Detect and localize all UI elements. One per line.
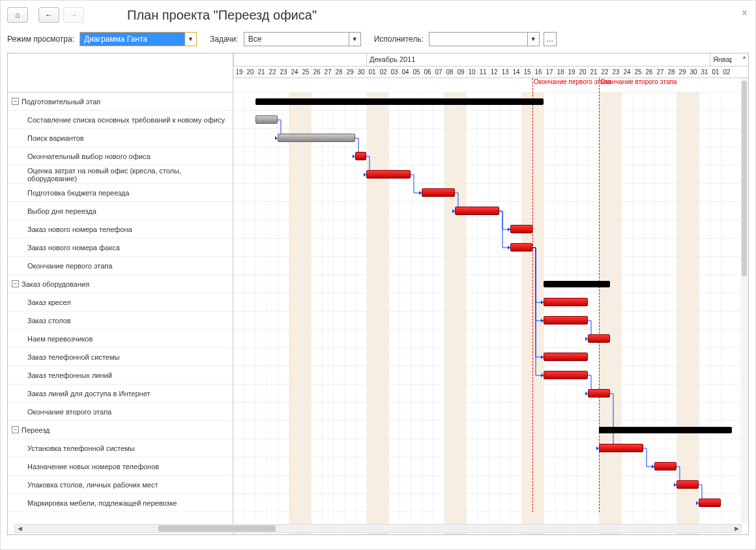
task-bar[interactable] bbox=[588, 389, 610, 398]
gantt-row bbox=[233, 239, 748, 257]
day-header-cell: 05 bbox=[411, 66, 422, 78]
task-bar[interactable] bbox=[366, 170, 411, 179]
close-button[interactable]: × bbox=[742, 7, 748, 19]
chevron-down-icon[interactable]: ▼ bbox=[349, 33, 360, 46]
day-header-cell: 27 bbox=[322, 66, 333, 78]
milestone-label: Окончание второго этапа bbox=[600, 78, 676, 85]
scroll-right-icon[interactable]: ▶ bbox=[732, 525, 741, 532]
task-bar[interactable] bbox=[510, 225, 532, 233]
day-header-cell: 24 bbox=[289, 66, 300, 78]
task-group-row[interactable]: −Заказ оборудования bbox=[8, 275, 233, 293]
gantt-row bbox=[233, 330, 748, 348]
task-row[interactable]: Заказ кресел bbox=[8, 293, 233, 311]
day-header-cell: 08 bbox=[444, 66, 455, 78]
task-bar[interactable] bbox=[676, 480, 699, 489]
timeline-month-header: Декабрь 2011Январ bbox=[233, 53, 748, 66]
day-header-cell: 14 bbox=[510, 66, 521, 78]
day-header-cell: 26 bbox=[311, 66, 322, 78]
back-button[interactable]: ← bbox=[38, 7, 59, 23]
gantt-row bbox=[233, 348, 748, 366]
task-name-label: Окончание второго этапа bbox=[12, 408, 111, 416]
task-bar[interactable] bbox=[544, 298, 588, 306]
summary-bar[interactable] bbox=[544, 281, 610, 287]
task-group-row[interactable]: −Переезд bbox=[8, 421, 233, 439]
task-row[interactable]: Маркировка мебели, подлежащей перевозке bbox=[8, 494, 233, 512]
task-bar[interactable] bbox=[455, 207, 499, 215]
collapse-icon[interactable]: − bbox=[12, 426, 19, 433]
forward-button[interactable]: → bbox=[63, 7, 84, 23]
summary-bar[interactable] bbox=[255, 98, 544, 105]
day-header-cell: 10 bbox=[466, 66, 477, 78]
view-mode-combo[interactable]: Диаграмма Ганта ▼ bbox=[80, 32, 197, 46]
task-row[interactable]: Заказ телефонных линий bbox=[8, 366, 233, 384]
day-header-cell: 09 bbox=[455, 66, 466, 78]
scrollbar-thumb[interactable] bbox=[158, 525, 276, 532]
chevron-down-icon[interactable]: ▼ bbox=[527, 33, 539, 46]
task-bar[interactable] bbox=[544, 353, 588, 361]
task-row[interactable]: Поиск вариантов bbox=[8, 129, 233, 147]
assignee-combo[interactable]: ▼ bbox=[429, 32, 540, 46]
task-name-label: Заказ линий для доступа в Интернет bbox=[12, 390, 150, 398]
task-row[interactable]: Заказ линий для доступа в Интернет bbox=[8, 384, 233, 403]
day-header-cell: 01 bbox=[366, 66, 377, 78]
task-bar[interactable] bbox=[654, 462, 676, 470]
milestone-header-row: Окончание первого этапаОкончание второго… bbox=[233, 78, 748, 93]
task-row[interactable]: Заказ телефонной системы bbox=[8, 348, 233, 366]
day-header-cell: 28 bbox=[333, 66, 344, 78]
day-header-cell: 19 bbox=[566, 66, 577, 78]
task-bar[interactable] bbox=[588, 334, 610, 343]
task-row[interactable]: Оценка затрат на новый офис (кресла, сто… bbox=[8, 166, 233, 184]
task-row[interactable]: Заказ нового номера телефона bbox=[8, 220, 233, 239]
task-name-label: Подготовительный этап bbox=[22, 98, 100, 106]
task-row[interactable]: Заказ столов bbox=[8, 311, 233, 330]
vertical-scrollbar[interactable] bbox=[740, 78, 748, 523]
month-label: Январ bbox=[710, 53, 732, 66]
scrollbar-thumb[interactable] bbox=[742, 81, 747, 276]
day-header-cell: 04 bbox=[400, 66, 411, 78]
assignee-picker-button[interactable]: ... bbox=[544, 32, 557, 46]
horizontal-scrollbar[interactable]: ◀ ▶ bbox=[14, 524, 742, 533]
task-bar[interactable] bbox=[355, 152, 366, 160]
task-row[interactable]: Назначение новых номеров телефонов bbox=[8, 457, 233, 476]
home-button[interactable]: ⌂ bbox=[7, 7, 28, 23]
task-name-label: Заказ нового номера телефона bbox=[12, 225, 132, 233]
task-bar[interactable] bbox=[278, 134, 355, 142]
task-row[interactable]: Установка телефонной системы bbox=[8, 439, 233, 457]
task-bar[interactable] bbox=[699, 499, 721, 507]
day-header-cell: 21 bbox=[255, 66, 267, 78]
collapse-icon[interactable]: − bbox=[12, 280, 19, 287]
task-name-label: Наем перевозчиков bbox=[12, 335, 93, 343]
task-name-label: Составление списка основных требований к… bbox=[12, 116, 225, 124]
task-name-label: Назначение новых номеров телефонов bbox=[12, 463, 159, 470]
scroll-left-icon[interactable]: ◀ bbox=[15, 525, 24, 532]
collapse-icon[interactable]: − bbox=[12, 98, 19, 105]
task-bar[interactable] bbox=[599, 444, 643, 452]
tasks-filter-combo[interactable]: Все ▼ bbox=[244, 32, 361, 46]
day-header-cell: 22 bbox=[599, 66, 610, 78]
gantt-chart-body[interactable] bbox=[233, 93, 748, 512]
task-row[interactable]: Наем перевозчиков bbox=[8, 330, 233, 348]
assignee-value bbox=[429, 33, 527, 46]
task-bar[interactable] bbox=[544, 316, 588, 325]
task-bar[interactable] bbox=[510, 243, 532, 252]
task-bar[interactable] bbox=[544, 371, 588, 379]
task-row[interactable]: Выбор дня переезда bbox=[8, 202, 233, 220]
task-row[interactable]: Заказ нового номера факса bbox=[8, 239, 233, 257]
day-header-cell: 20 bbox=[577, 66, 588, 78]
task-row[interactable]: Упаковка столов, личных рабочих мест bbox=[8, 476, 233, 494]
task-row[interactable]: Составление списка основных требований к… bbox=[8, 111, 233, 129]
month-label: Декабрь 2011 bbox=[366, 53, 710, 66]
gantt-row bbox=[233, 129, 748, 147]
day-header-cell: 06 bbox=[422, 66, 433, 78]
summary-bar[interactable] bbox=[599, 427, 732, 433]
day-header-cell: 07 bbox=[433, 66, 444, 78]
gantt-row bbox=[233, 202, 748, 220]
task-row[interactable]: Окончательный выбор нового офиса bbox=[8, 147, 233, 166]
task-row[interactable]: Окончание первого этапа bbox=[8, 257, 233, 275]
task-row[interactable]: Окончание второго этапа bbox=[8, 403, 233, 421]
task-group-row[interactable]: −Подготовительный этап bbox=[8, 93, 233, 111]
task-bar[interactable] bbox=[422, 188, 455, 197]
chevron-down-icon[interactable]: ▼ bbox=[184, 33, 196, 46]
task-bar[interactable] bbox=[255, 115, 278, 124]
task-row[interactable]: Подготовка бюджета переезда bbox=[8, 184, 233, 202]
